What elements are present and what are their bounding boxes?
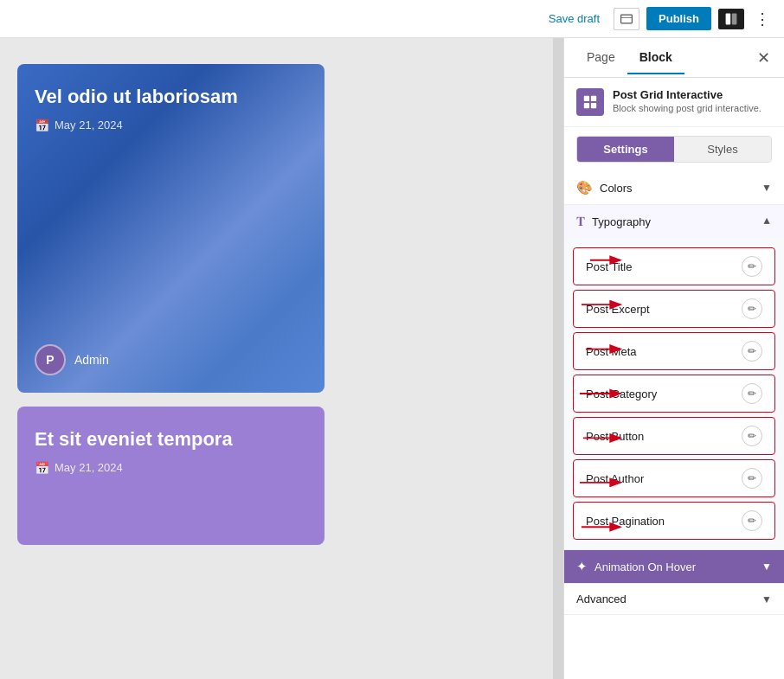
animation-section: ✦ Animation On Hover ▼ — [564, 550, 784, 584]
advanced-section: Advanced ▼ — [564, 584, 784, 615]
grid-icon — [582, 94, 598, 110]
colors-section: 🎨 Colors ▼ — [564, 171, 784, 205]
typography-item-post-author[interactable]: Post Author ✏ — [573, 459, 775, 497]
advanced-section-label: Advanced — [576, 593, 627, 605]
toolbar: Save draft Publish ⋮ — [0, 0, 784, 38]
typography-section-header[interactable]: 𝐓 Typography ▼ — [564, 205, 784, 238]
svg-rect-0 — [621, 15, 633, 23]
post-card-purple: Et sit eveniet tempora 📅 May 21, 2024 — [17, 407, 325, 545]
animation-label: Animation On Hover — [594, 560, 696, 573]
post-author-label: Post Author — [586, 472, 644, 485]
post-title-edit-button[interactable]: ✏ — [742, 256, 762, 277]
colors-icon: 🎨 — [576, 180, 593, 195]
svg-rect-5 — [591, 96, 596, 101]
settings-icon-button[interactable] — [718, 9, 744, 29]
main-area: Vel odio ut laboriosam 📅 May 21, 2024 P … — [0, 38, 784, 679]
post-excerpt-label: Post Excerpt — [586, 303, 650, 316]
colors-label: Colors — [600, 182, 633, 195]
post-button-label: Post Button — [586, 430, 644, 443]
post-category-label: Post Category — [586, 388, 657, 400]
block-name: Post Grid Interactive — [613, 88, 762, 101]
post-title-label: Post Title — [586, 260, 632, 273]
calendar-icon-2: 📅 — [35, 461, 49, 475]
svg-rect-4 — [584, 96, 589, 101]
post-category-edit-button[interactable]: ✏ — [742, 383, 762, 404]
animation-section-header[interactable]: ✦ Animation On Hover ▼ — [564, 550, 784, 583]
block-desc: Block showing post grid interactive. — [613, 103, 762, 113]
colors-section-header[interactable]: 🎨 Colors ▼ — [564, 171, 784, 204]
tab-block[interactable]: Block — [627, 42, 684, 74]
typography-item-post-excerpt[interactable]: Post Excerpt ✏ — [573, 290, 775, 328]
typography-section: 𝐓 Typography ▼ — [564, 205, 784, 550]
settings-toggle-btn[interactable]: Settings — [577, 137, 674, 162]
post-excerpt-edit-button[interactable]: ✏ — [742, 298, 762, 319]
svg-rect-2 — [726, 13, 731, 24]
tab-page[interactable]: Page — [575, 42, 627, 74]
card-title-2: Et sit eveniet tempora — [35, 427, 307, 452]
typography-icon: 𝐓 — [576, 214, 585, 229]
block-info-text: Post Grid Interactive Block showing post… — [613, 88, 762, 113]
typography-label: Typography — [592, 215, 651, 228]
canvas: Vel odio ut laboriosam 📅 May 21, 2024 P … — [0, 38, 553, 679]
colors-chevron: ▼ — [762, 182, 772, 194]
panel-close-button[interactable]: ✕ — [754, 47, 774, 69]
card-title-1: Vel odio ut laboriosam — [35, 85, 307, 110]
svg-rect-3 — [732, 13, 737, 24]
card-date-1: 📅 May 21, 2024 — [35, 119, 307, 132]
post-card-ocean: Vel odio ut laboriosam 📅 May 21, 2024 P … — [17, 64, 325, 393]
preview-button[interactable] — [614, 8, 639, 30]
save-draft-button[interactable]: Save draft — [542, 9, 607, 29]
preview-icon — [620, 12, 633, 26]
typography-item-post-title[interactable]: Post Title ✏ — [573, 247, 775, 285]
card-date-2: 📅 May 21, 2024 — [35, 461, 307, 475]
more-options-button[interactable]: ⋮ — [751, 8, 774, 30]
typography-item-post-meta[interactable]: Post Meta ✏ — [573, 332, 775, 370]
typography-item-post-button[interactable]: Post Button ✏ — [573, 417, 775, 455]
admin-name: Admin — [74, 353, 109, 367]
advanced-section-header[interactable]: Advanced ▼ — [564, 584, 784, 614]
publish-button[interactable]: Publish — [646, 7, 711, 30]
avatar: P — [35, 344, 66, 375]
post-meta-edit-button[interactable]: ✏ — [742, 341, 762, 362]
advanced-chevron: ▼ — [762, 593, 772, 605]
colors-section-label: 🎨 Colors — [576, 180, 633, 195]
post-meta-label: Post Meta — [586, 345, 637, 358]
svg-rect-7 — [591, 103, 596, 108]
post-pagination-label: Post Pagination — [586, 515, 665, 528]
admin-row: P Admin — [35, 344, 109, 375]
style-toggle: Settings Styles — [576, 136, 772, 163]
scrollbar[interactable] — [553, 38, 563, 679]
layout-icon — [724, 12, 738, 26]
post-button-edit-button[interactable]: ✏ — [742, 426, 762, 446]
animation-section-label: ✦ Animation On Hover — [576, 559, 696, 574]
typography-items: Post Title ✏ Post Excerpt ✏ Post Meta ✏ … — [564, 238, 784, 549]
post-card-1: Vel odio ut laboriosam 📅 May 21, 2024 P … — [17, 64, 325, 393]
animation-icon: ✦ — [576, 559, 588, 574]
typography-item-post-pagination[interactable]: Post Pagination ✏ — [573, 502, 775, 540]
styles-toggle-btn[interactable]: Styles — [674, 137, 771, 162]
typography-item-post-category[interactable]: Post Category ✏ — [573, 375, 775, 413]
calendar-icon: 📅 — [35, 119, 49, 132]
block-info: Post Grid Interactive Block showing post… — [564, 78, 784, 127]
svg-rect-6 — [584, 103, 589, 108]
post-card-2: Et sit eveniet tempora 📅 May 21, 2024 — [17, 407, 325, 545]
panel-tabs: Page Block ✕ — [564, 38, 784, 78]
typography-chevron: ▼ — [762, 215, 772, 227]
block-icon — [576, 88, 604, 116]
typography-section-label: 𝐓 Typography — [576, 214, 651, 229]
right-panel: Page Block ✕ Post Grid Interactive Block… — [563, 38, 784, 679]
post-pagination-edit-button[interactable]: ✏ — [742, 510, 762, 531]
advanced-label: Advanced — [576, 593, 627, 605]
animation-chevron: ▼ — [762, 560, 772, 573]
post-author-edit-button[interactable]: ✏ — [742, 468, 762, 489]
